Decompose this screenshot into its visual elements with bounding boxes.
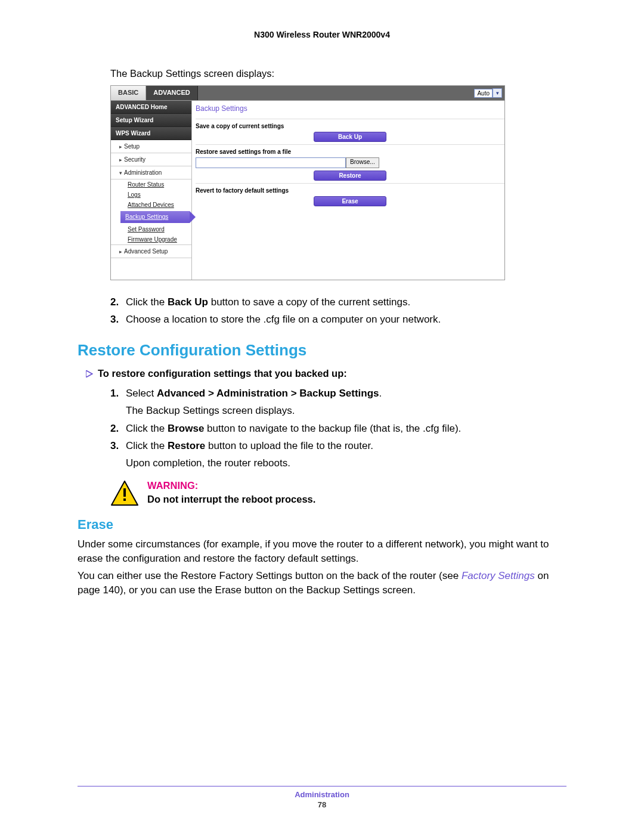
svg-rect-3	[123, 498, 126, 501]
page-footer: Administration 78	[78, 786, 566, 809]
restore-label: Restore saved settings from a file	[196, 148, 504, 155]
step-3: 3. Choose a location to store the .cfg f…	[110, 312, 566, 327]
restore-lead: To restore configuration settings that y…	[86, 368, 566, 381]
sidebar-item-setup-wizard[interactable]: Setup Wizard	[111, 114, 191, 127]
restore-file-input[interactable]	[196, 157, 346, 168]
warning-body: Do not interrupt the reboot process.	[147, 494, 315, 505]
doc-title: N300 Wireless Router WNR2000v4	[78, 30, 566, 39]
sidebar-sub-router-status[interactable]: Router Status	[111, 179, 191, 190]
svg-marker-0	[86, 370, 92, 377]
language-select-value: Auto	[477, 90, 490, 97]
chevron-down-icon: ▾	[493, 88, 502, 98]
sidebar-sub-attached-devices[interactable]: Attached Devices	[111, 200, 191, 210]
restore-step-3-follow: Upon completion, the router reboots.	[126, 456, 566, 471]
warning-block: WARNING: Do not interrupt the reboot pro…	[110, 480, 566, 506]
restore-step-2: 2. Click the Browse button to navigate t…	[110, 421, 566, 436]
erase-p2: You can either use the Restore Factory S…	[78, 569, 566, 597]
step-2: 2. Click the Back Up button to save a co…	[110, 295, 566, 310]
sidebar-item-administration[interactable]: ▾Administration	[111, 166, 191, 179]
footer-page-number: 78	[78, 800, 566, 809]
save-copy-label: Save a copy of current settings	[196, 123, 504, 129]
chevron-right-icon	[86, 368, 93, 381]
sidebar-sub-backup-settings[interactable]: Backup Settings	[120, 211, 190, 223]
screenshot-panel: BASIC ADVANCED Auto ▾ ADVANCED Home Setu…	[110, 85, 505, 280]
sidebar-sub-firmware-upgrade[interactable]: Firmware Upgrade	[111, 234, 191, 244]
tab-advanced[interactable]: ADVANCED	[146, 86, 198, 100]
sidebar-item-advanced-setup[interactable]: ▸Advanced Setup	[111, 244, 191, 258]
sidebar-item-security[interactable]: ▸Security	[111, 153, 191, 166]
backup-button[interactable]: Back Up	[314, 132, 386, 142]
factory-settings-link[interactable]: Factory Settings	[462, 570, 535, 581]
browse-button[interactable]: Browse...	[346, 157, 379, 168]
language-select[interactable]: Auto ▾	[474, 86, 504, 100]
screenshot-main: Backup Settings Save a copy of current s…	[192, 101, 504, 280]
restore-heading: Restore Configuration Settings	[78, 341, 566, 360]
restore-button[interactable]: Restore	[314, 171, 386, 181]
sidebar-item-setup[interactable]: ▸Setup	[111, 140, 191, 153]
sidebar-sub-set-password[interactable]: Set Password	[111, 224, 191, 234]
sidebar-item-wps-wizard[interactable]: WPS Wizard	[111, 127, 191, 140]
sidebar-sub-logs[interactable]: Logs	[111, 190, 191, 200]
intro-text: The Backup Settings screen displays:	[110, 68, 566, 79]
sidebar-item-home[interactable]: ADVANCED Home	[111, 101, 191, 114]
erase-heading: Erase	[78, 517, 566, 532]
warning-head: WARNING:	[147, 480, 315, 491]
sidebar: ADVANCED Home Setup Wizard WPS Wizard ▸S…	[111, 101, 192, 280]
restore-step-3: 3. Click the Restore button to upload th…	[110, 438, 566, 454]
restore-step-1: 1. Select Advanced > Administration > Ba…	[110, 386, 566, 401]
svg-rect-2	[123, 488, 126, 497]
erase-button[interactable]: Erase	[314, 196, 386, 206]
revert-label: Revert to factory default settings	[196, 187, 504, 194]
erase-p1: Under some circumstances (for example, i…	[78, 537, 566, 566]
tab-basic[interactable]: BASIC	[111, 86, 146, 100]
footer-section: Administration	[78, 790, 566, 799]
restore-step-1-follow: The Backup Settings screen displays.	[126, 403, 566, 419]
panel-title: Backup Settings	[196, 103, 504, 114]
warning-icon	[110, 480, 139, 506]
